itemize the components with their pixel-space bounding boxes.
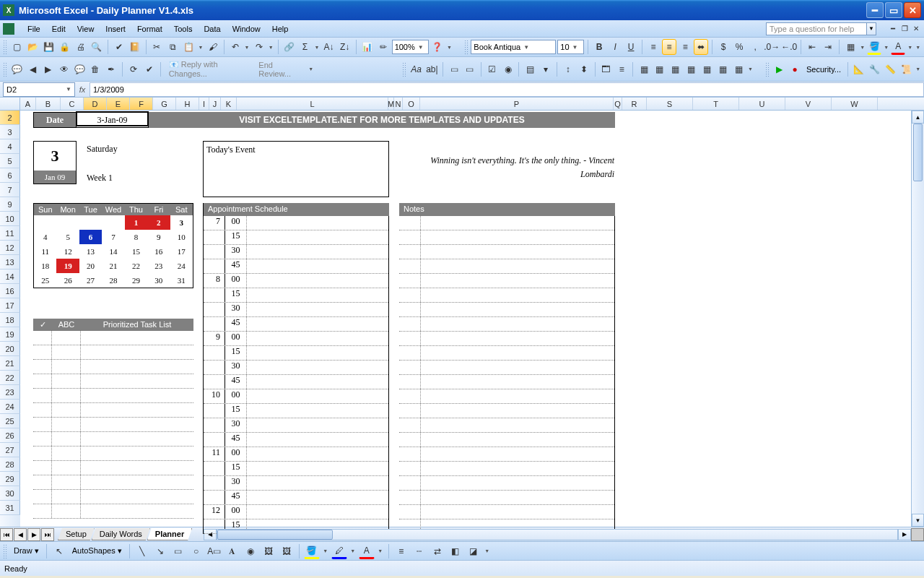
- today-event-box[interactable]: Today's Event: [203, 141, 389, 197]
- new-icon[interactable]: ▢: [9, 39, 24, 55]
- comma-icon[interactable]: ,: [748, 39, 762, 55]
- vertical-scrollbar[interactable]: ▲ ▼: [911, 111, 924, 527]
- note-row[interactable]: [399, 346, 614, 361]
- spinner-control-icon[interactable]: ⬍: [577, 61, 591, 77]
- task-row[interactable]: [33, 345, 193, 360]
- percent-icon[interactable]: %: [732, 39, 746, 55]
- toolbar-grip[interactable]: [3, 62, 6, 77]
- cal-day[interactable]: 12: [56, 244, 79, 259]
- col-header-B[interactable]: B: [36, 98, 61, 110]
- currency-icon[interactable]: $: [716, 39, 731, 55]
- toolbar-grip[interactable]: [464, 40, 468, 54]
- prev-comment-icon[interactable]: ◀: [25, 61, 40, 77]
- cal-day[interactable]: 5: [56, 230, 79, 244]
- notes-body[interactable]: [399, 216, 615, 534]
- row-header-20[interactable]: 20: [0, 342, 20, 356]
- appt-row[interactable]: 700: [204, 216, 388, 230]
- diagram-icon[interactable]: ◉: [243, 543, 258, 559]
- font-color-icon[interactable]: A: [891, 39, 905, 55]
- sort-asc-icon[interactable]: A↓: [322, 39, 336, 55]
- cal-day[interactable]: 24: [170, 259, 193, 273]
- appt-row[interactable]: 15: [204, 462, 388, 476]
- cal-day[interactable]: 25: [34, 273, 56, 288]
- line-icon[interactable]: ╲: [134, 543, 150, 559]
- cal-day[interactable]: 10: [170, 230, 193, 244]
- note-row[interactable]: [399, 404, 614, 418]
- run-macro-icon[interactable]: ▶: [772, 61, 786, 77]
- formula-input[interactable]: 1/3/2009: [90, 82, 924, 97]
- col-header-U[interactable]: U: [739, 98, 785, 110]
- row-header-19[interactable]: 19: [0, 327, 20, 342]
- open-icon[interactable]: 📂: [25, 39, 40, 55]
- cal-day[interactable]: 29: [125, 273, 147, 288]
- copy-icon[interactable]: ⧉: [166, 39, 180, 55]
- sheet-tab-setup[interactable]: Setup: [58, 528, 95, 540]
- permission-icon[interactable]: 🔒: [58, 39, 72, 55]
- borders-icon[interactable]: ▦: [843, 39, 858, 55]
- row-header-11[interactable]: 11: [0, 226, 20, 241]
- appt-row[interactable]: 45: [204, 433, 388, 447]
- menu-file[interactable]: File: [22, 23, 46, 35]
- name-box[interactable]: D2▼: [3, 82, 75, 97]
- task-row[interactable]: [33, 360, 193, 374]
- col-header-S[interactable]: S: [647, 98, 693, 110]
- cal-day[interactable]: 17: [170, 244, 193, 259]
- note-row[interactable]: [399, 259, 614, 274]
- cal-day[interactable]: 2: [147, 215, 170, 230]
- design-mode-icon[interactable]: ▦: [731, 61, 746, 77]
- picture-icon[interactable]: 🖼: [279, 543, 295, 559]
- toolbar-grip[interactable]: [402, 62, 406, 77]
- col-header-F[interactable]: F: [130, 98, 153, 110]
- textbox-icon[interactable]: A▭: [206, 543, 222, 559]
- row-header-17[interactable]: 17: [0, 298, 20, 313]
- shadow-icon[interactable]: ◧: [448, 543, 463, 559]
- cal-day[interactable]: [56, 215, 79, 230]
- accept-change-icon[interactable]: ✔: [142, 61, 157, 77]
- cal-day[interactable]: 14: [102, 244, 124, 259]
- menu-edit[interactable]: Edit: [46, 23, 71, 35]
- more-controls-icon[interactable]: ▦: [715, 61, 730, 77]
- col-header-H[interactable]: H: [176, 98, 199, 110]
- cal-day[interactable]: 30: [147, 273, 170, 288]
- appt-row[interactable]: 30: [204, 476, 388, 491]
- col-header-G[interactable]: G: [153, 98, 176, 110]
- merge-center-icon[interactable]: ⬌: [694, 39, 708, 55]
- cal-day[interactable]: 3: [170, 215, 193, 230]
- new-comment-icon[interactable]: 💬: [9, 61, 24, 77]
- row-header-13[interactable]: 13: [0, 255, 20, 269]
- listbox-control-icon[interactable]: ▤: [523, 61, 537, 77]
- appt-row[interactable]: 15: [204, 346, 388, 361]
- horizontal-scrollbar[interactable]: ◀ ▶: [204, 529, 911, 540]
- font-size-combo[interactable]: 10▼: [557, 40, 584, 54]
- scroll-right-icon[interactable]: ▶: [898, 529, 911, 540]
- hscroll-thumb[interactable]: [217, 530, 333, 540]
- toolbar-grip[interactable]: [3, 40, 6, 54]
- cal-day[interactable]: 20: [79, 259, 102, 273]
- autoshapes-menu[interactable]: AutoShapes ▾: [69, 545, 125, 557]
- task-row[interactable]: [33, 504, 193, 519]
- save-icon[interactable]: 💾: [41, 39, 56, 55]
- scroll-thumb[interactable]: [913, 124, 923, 181]
- appt-row[interactable]: 900: [204, 332, 388, 346]
- cal-day[interactable]: 15: [125, 244, 147, 259]
- decrease-indent-icon[interactable]: ⇤: [805, 39, 819, 55]
- appt-row[interactable]: 45: [204, 375, 388, 389]
- security-button[interactable]: Security...: [803, 64, 844, 75]
- oval-icon[interactable]: ○: [188, 543, 204, 559]
- task-row[interactable]: [33, 403, 193, 418]
- row-header-2[interactable]: 2: [0, 111, 20, 125]
- cal-day[interactable]: 31: [170, 273, 193, 288]
- form-icon[interactable]: ▦: [699, 61, 714, 77]
- note-row[interactable]: [399, 462, 614, 476]
- design-icon[interactable]: 📏: [884, 61, 898, 77]
- row-header-4[interactable]: 4: [0, 139, 20, 154]
- increase-indent-icon[interactable]: ⇥: [821, 39, 835, 55]
- menu-tools[interactable]: Tools: [168, 23, 199, 35]
- print-preview-icon[interactable]: 🔍: [90, 39, 104, 55]
- row-header-12[interactable]: 12: [0, 241, 20, 255]
- row-header-28[interactable]: 28: [0, 457, 20, 472]
- track-changes-icon[interactable]: ⟳: [126, 61, 141, 77]
- task-row[interactable]: [33, 389, 193, 403]
- menu-help[interactable]: Help: [266, 23, 295, 35]
- note-row[interactable]: [399, 245, 614, 259]
